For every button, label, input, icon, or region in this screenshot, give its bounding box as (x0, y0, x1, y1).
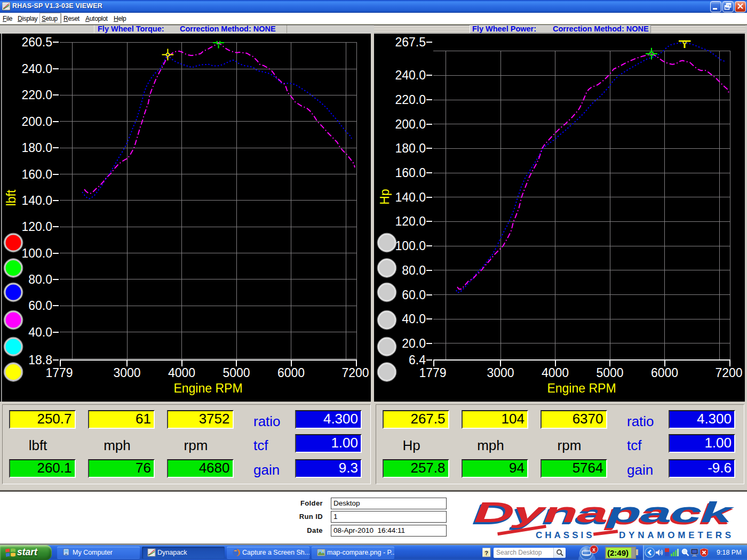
svg-text:60.0: 60.0 (28, 299, 52, 313)
svg-text:6000: 6000 (651, 366, 678, 380)
svg-text:180.0: 180.0 (21, 141, 52, 155)
svg-text:7200: 7200 (341, 366, 369, 380)
svg-text:80.0: 80.0 (402, 263, 426, 277)
svg-text:200.0: 200.0 (395, 117, 426, 131)
svg-text:4000: 4000 (168, 366, 195, 380)
svg-text:1779: 1779 (45, 366, 73, 380)
svg-text:220.0: 220.0 (395, 93, 426, 107)
svg-text:80.0: 80.0 (28, 273, 52, 286)
svg-text:18.8: 18.8 (28, 353, 52, 367)
svg-text:3000: 3000 (113, 366, 140, 380)
svg-text:3000: 3000 (487, 366, 514, 380)
svg-text:40.0: 40.0 (402, 312, 426, 326)
svg-text:120.0: 120.0 (395, 214, 426, 228)
svg-text:160.0: 160.0 (21, 167, 52, 181)
svg-text:240.0: 240.0 (395, 68, 426, 82)
svg-text:?: ? (484, 550, 488, 556)
svg-text:lbft: lbft (4, 189, 18, 206)
svg-text:40.0: 40.0 (28, 325, 52, 339)
svg-text:140.0: 140.0 (395, 190, 426, 204)
svg-text:200.0: 200.0 (21, 115, 52, 129)
svg-text:1779: 1779 (419, 366, 446, 380)
svg-text:220.0: 220.0 (21, 88, 52, 102)
svg-text:140.0: 140.0 (21, 194, 52, 207)
svg-text:160.0: 160.0 (395, 166, 426, 180)
svg-text:x: x (592, 547, 595, 553)
svg-text:60.0: 60.0 (402, 288, 426, 302)
svg-text:5000: 5000 (596, 366, 623, 380)
svg-text:100.0: 100.0 (395, 239, 426, 253)
svg-text:7200: 7200 (715, 366, 742, 380)
svg-text:6.4: 6.4 (409, 353, 426, 367)
svg-text:180.0: 180.0 (395, 141, 426, 155)
svg-text:4000: 4000 (542, 366, 569, 380)
svg-text:5000: 5000 (222, 366, 250, 380)
svg-text:Hp: Hp (378, 189, 392, 204)
svg-text:240.0: 240.0 (21, 62, 52, 76)
svg-text:20.0: 20.0 (402, 337, 426, 350)
svg-text:Engine RPM: Engine RPM (547, 381, 616, 395)
svg-text:Engine RPM: Engine RPM (173, 381, 242, 395)
svg-text:6000: 6000 (277, 366, 305, 380)
svg-text:260.5: 260.5 (21, 35, 52, 49)
svg-text:120.0: 120.0 (21, 220, 52, 234)
svg-text:267.5: 267.5 (395, 35, 426, 49)
svg-text:100.0: 100.0 (21, 246, 52, 260)
